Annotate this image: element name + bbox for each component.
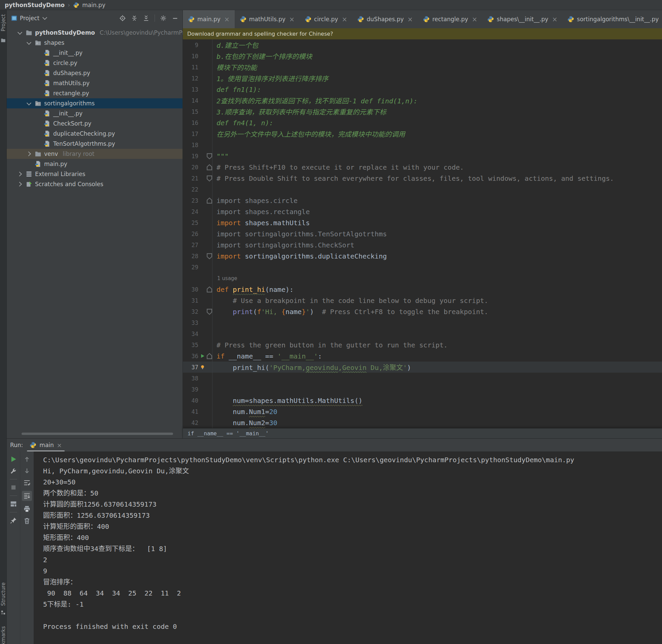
tree-item-duplicateChecking.py[interactable]: duplicateChecking.py — [7, 129, 183, 139]
structure-icon[interactable] — [1, 610, 6, 615]
chevron-down-icon[interactable] — [26, 100, 32, 107]
gutter-fold-slot — [206, 73, 212, 84]
tab-close-icon[interactable]: × — [289, 16, 295, 23]
editor-tab-main.py[interactable]: main.py× — [183, 10, 235, 28]
gutter-fold-slot — [206, 50, 212, 62]
tree-item-CheckSort.py[interactable]: CheckSort.py — [7, 118, 183, 129]
chevron-down-icon[interactable] — [42, 15, 47, 20]
chevron-right-icon[interactable] — [17, 171, 23, 177]
tree-item-mathUtils.py[interactable]: mathUtils.py — [7, 78, 183, 88]
tree-item-pythonStudyDemo[interactable]: pythonStudyDemoC:\Users\geovindu\Pycharm… — [7, 28, 183, 38]
python-file-icon — [44, 49, 50, 56]
stripe-project-label[interactable]: Project — [0, 14, 6, 31]
collapseall-button[interactable] — [143, 15, 150, 22]
tree-item-main.py[interactable]: main.py — [7, 159, 183, 169]
chevron-spacer — [35, 60, 41, 66]
code-line-16: 16def fn4(1, n): — [183, 117, 662, 128]
chevron-down-icon[interactable] — [17, 30, 23, 36]
editor-tab-duShapes.py[interactable]: duShapes.py× — [352, 10, 418, 28]
fold-marker-icon[interactable] — [206, 253, 213, 259]
run-button[interactable] — [10, 456, 17, 463]
wrench-button[interactable] — [10, 467, 17, 475]
tree-item-rectangle.py[interactable]: rectangle.py — [7, 88, 183, 98]
tree-item-TenSortAlgotrthms.py[interactable]: TenSortAlgotrthms.py — [7, 139, 183, 149]
notification-banner[interactable]: Download grammar and spelling checker fo… — [183, 28, 662, 39]
tree-item-shapes[interactable]: shapes — [7, 38, 183, 48]
layout-button[interactable] — [10, 500, 17, 508]
gutter-fold-slot — [206, 417, 212, 428]
locate-button[interactable] — [119, 15, 126, 22]
stop-button[interactable] — [10, 484, 17, 491]
up-button[interactable] — [23, 456, 31, 463]
python-file-icon — [44, 120, 50, 127]
editor-tab-rectangle.py[interactable]: rectangle.py× — [418, 10, 482, 28]
tree-item-Scratches and Consoles[interactable]: Scratches and Consoles — [7, 179, 183, 189]
code-line-38: 38 — [183, 373, 662, 384]
pin-button[interactable] — [10, 517, 17, 524]
editor-tab-mathUtils.py[interactable]: mathUtils.py× — [235, 10, 300, 28]
run-tool-window: Run: main × C:\Users\geovindu\PycharmPro… — [7, 438, 662, 644]
stripe-structure-label[interactable]: Structure — [0, 582, 6, 606]
trash-button[interactable] — [23, 517, 31, 525]
intention-bulb-icon[interactable] — [200, 365, 205, 370]
tree-item-__init__.py[interactable]: __init__.py — [7, 48, 183, 58]
project-panel-title[interactable]: Project — [20, 15, 39, 22]
down-button[interactable] — [23, 467, 31, 475]
run-console-output[interactable]: C:\Users\geovindu\PycharmProjects\python… — [34, 452, 662, 644]
folder-icon[interactable] — [1, 38, 6, 43]
tab-label: main.py — [197, 16, 221, 23]
gutter-fold-slot — [206, 195, 212, 206]
code-line-9: 9d.建立一个包 — [183, 39, 662, 50]
softwrap-button[interactable] — [23, 479, 31, 486]
minimize-button[interactable] — [172, 15, 179, 22]
chevron-right-icon[interactable] — [26, 151, 32, 157]
run-panel-header: Run: main × — [7, 439, 662, 452]
line-number: 42 — [183, 419, 198, 426]
python-file-icon — [73, 2, 79, 8]
tab-close-icon[interactable]: × — [342, 16, 347, 23]
console-line: 顺序查询数组中34查到下标是： [1 8] — [43, 543, 662, 554]
line-number: 30 — [183, 286, 198, 293]
gutter-marker-slot — [198, 353, 206, 359]
line-number: 11 — [183, 64, 198, 71]
tree-item-sortingalgorithms[interactable]: sortingalgorithms — [7, 98, 183, 108]
tree-item-External Libraries[interactable]: External Libraries — [7, 169, 183, 179]
breadcrumb-project[interactable]: pythonStudyDemo — [5, 2, 65, 8]
tree-item-__init__.py[interactable]: __init__.py — [7, 108, 183, 118]
tab-close-icon[interactable]: × — [407, 16, 413, 23]
gutter-fold-slot — [206, 239, 212, 250]
tree-item-circle.py[interactable]: circle.py — [7, 58, 183, 68]
run-tab-main[interactable]: main × — [27, 439, 65, 452]
editor-tab-sortingalgorithms\__init__.py[interactable]: sortingalgorithms\__init__.py× — [562, 10, 662, 28]
print-button[interactable] — [23, 505, 31, 513]
tree-item-venv[interactable]: venvlibrary root — [7, 149, 183, 159]
fold-marker-icon[interactable] — [206, 308, 213, 315]
chevron-right-icon[interactable] — [17, 181, 23, 187]
fold-marker-icon[interactable] — [206, 164, 213, 171]
tab-close-icon[interactable]: × — [224, 16, 230, 23]
breadcrumb-file[interactable]: main.py — [82, 2, 106, 8]
fold-marker-icon[interactable] — [206, 153, 213, 160]
editor-tab-shapes\__init__.py[interactable]: shapes\__init__.py× — [482, 10, 562, 28]
code-editor[interactable]: 9d.建立一个包10b.在包的下创建一个排序的模块11模块下的功能121。使用冒… — [183, 39, 662, 428]
close-icon[interactable]: × — [57, 442, 62, 449]
project-panel-header: Project — [7, 10, 183, 26]
fold-marker-icon[interactable] — [206, 286, 213, 293]
editor-tab-circle.py[interactable]: circle.py× — [300, 10, 352, 28]
chevron-down-icon[interactable] — [26, 40, 32, 46]
console-line: 两个数的和是：50 — [43, 488, 662, 499]
stripe-bookmarks-label[interactable]: kmarks — [0, 626, 6, 644]
divider — [155, 15, 155, 22]
run-line-icon[interactable] — [200, 353, 205, 359]
fold-marker-icon[interactable] — [206, 353, 213, 360]
collapse-button[interactable] — [131, 15, 138, 22]
fold-marker-icon[interactable] — [206, 197, 213, 204]
tab-close-icon[interactable]: × — [552, 16, 557, 23]
tree-item-label: shapes — [44, 39, 64, 46]
scrollend-button[interactable] — [22, 491, 32, 501]
tab-close-icon[interactable]: × — [472, 16, 477, 23]
horizontal-scrollbar[interactable] — [22, 433, 173, 435]
fold-marker-icon[interactable] — [206, 175, 213, 182]
tree-item-duShapes.py[interactable]: duShapes.py — [7, 68, 183, 78]
gear-button[interactable] — [160, 15, 167, 22]
